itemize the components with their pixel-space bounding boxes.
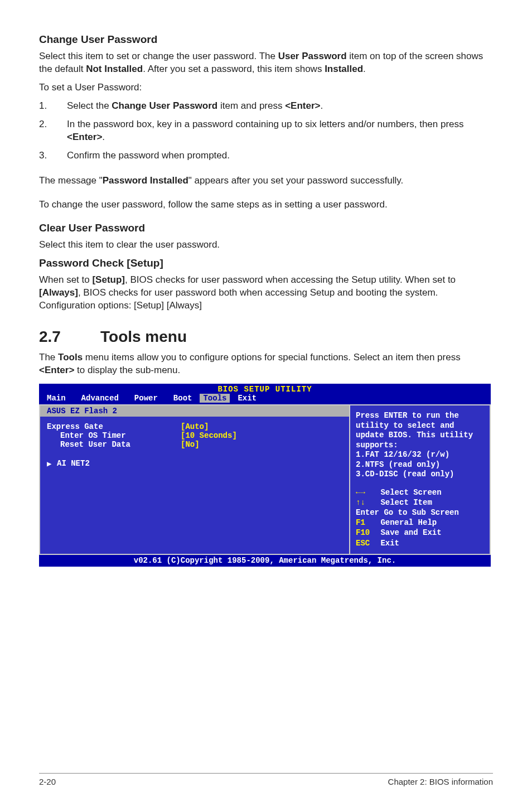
bios-nav-label: Select Item (380, 498, 432, 507)
text: , BIOS checks for user password both whe… (39, 287, 438, 311)
bios-footer: v02.61 (C)Copyright 1985-2009, American … (39, 555, 491, 567)
bios-tab-boot: Boot (166, 394, 200, 403)
text: The (39, 352, 58, 363)
text: When set to (39, 274, 92, 285)
text: . After you set a password, this item sh… (143, 64, 325, 74)
heading-password-check: Password Check [Setup] (39, 257, 493, 269)
text: . (363, 64, 366, 74)
text: Select this item to set or change the us… (39, 51, 278, 61)
bold: Tools (58, 352, 83, 363)
bios-nav: ←→ Select Screen ↑↓ Select Item Enter Go… (356, 487, 484, 548)
bios-left-panel: ASUS EZ Flash 2 Express Gate [Auto] Ente… (40, 405, 350, 554)
text: item and press (217, 100, 285, 111)
bios-help-text: Press ENTER to run the utility to select… (356, 411, 484, 450)
bold: [Setup] (92, 274, 125, 285)
bold: Not Installed (86, 64, 143, 74)
heading-change-user-password: Change User Password (39, 33, 493, 46)
bios-tabs: MainAdvancedPowerBootToolsExit (39, 394, 491, 404)
chapter-label: Chapter 2: BIOS information (388, 777, 493, 786)
list-item: 1. Select the Change User Password item … (39, 100, 493, 113)
bios-item-express-gate: Express Gate (47, 422, 181, 431)
bios-key: ESC (356, 538, 376, 548)
list-item: 3. Confirm the password when prompted. (39, 149, 493, 162)
page-number: 2-20 (39, 777, 56, 786)
list-number: 1. (39, 100, 67, 113)
bios-help-text: 3.CD-DISC (read only) (356, 470, 484, 480)
bios-item-reset-user-data: Reset User Data (47, 440, 181, 449)
text: Confirm the password when prompted. (67, 149, 493, 162)
bios-tab-exit: Exit (230, 394, 264, 403)
bios-help-text: 2.NTFS (read only) (356, 460, 484, 470)
bios-value: [No] (181, 440, 200, 449)
bios-nav-label: Exit (380, 539, 399, 548)
bios-tab-main: Main (39, 394, 74, 403)
list-number: 3. (39, 149, 67, 162)
bios-nav-label: Enter Go to Sub Screen (356, 508, 484, 518)
text: . (102, 132, 105, 142)
bold: <Enter> (285, 100, 320, 111)
bios-tab-advanced: Advanced (74, 394, 127, 403)
bold: User Password (278, 51, 347, 61)
page-footer: 2-20 Chapter 2: BIOS information (39, 773, 493, 786)
bios-value: [Auto] (181, 422, 209, 431)
section-number: 2.7 (39, 328, 100, 346)
arrow-ud-icon: ↑↓ (356, 497, 376, 508)
para: The message "Password Installed" appears… (39, 175, 493, 187)
bold: Change User Password (112, 100, 217, 111)
bios-help-text: 1.FAT 12/16/32 (r/w) (356, 450, 484, 460)
bold: Installed (325, 64, 363, 74)
bios-item-ez-flash: ASUS EZ Flash 2 (40, 405, 349, 417)
bios-nav-label: General Help (380, 518, 437, 527)
bold: <Enter> (39, 365, 74, 375)
triangle-icon: ▶ (47, 459, 57, 468)
para: Select this item to clear the user passw… (39, 239, 493, 252)
section-heading: 2.7 Tools menu (39, 328, 493, 346)
text: to display the sub-menu. (74, 365, 180, 375)
text: In the password box, key in a password c… (67, 119, 464, 129)
list-item: 2. In the password box, key in a passwor… (39, 118, 493, 144)
heading-clear-user-password: Clear User Password (39, 222, 493, 234)
bios-key: F10 (356, 528, 376, 538)
bios-value: [10 Seconds] (181, 431, 237, 440)
bios-key: F1 (356, 518, 376, 528)
bios-title: BIOS SETUP UTILITY (39, 384, 491, 394)
text: Select the (67, 100, 112, 111)
para: Select this item to set or change the us… (39, 50, 493, 76)
bios-nav-label: Select Screen (380, 488, 441, 497)
bios-tab-tools: Tools (200, 394, 230, 403)
arrow-lr-icon: ←→ (356, 487, 376, 497)
text: . (321, 100, 323, 111)
bios-tab-power: Power (127, 394, 166, 403)
ordered-list: 1. Select the Change User Password item … (39, 100, 493, 162)
para: To change the user password, follow the … (39, 199, 493, 211)
bold: Password Installed (103, 175, 188, 186)
bios-screenshot: BIOS SETUP UTILITY MainAdvancedPowerBoot… (39, 384, 491, 567)
bios-item-enter-os-timer: Enter OS Timer (47, 431, 181, 440)
bios-right-panel: Press ENTER to run the utility to select… (350, 405, 490, 554)
text: The message " (39, 175, 103, 186)
text: menu items allow you to configure option… (83, 352, 461, 363)
text: , BIOS checks for user password when acc… (125, 274, 456, 285)
bios-nav-label: Save and Exit (380, 528, 441, 537)
list-number: 2. (39, 118, 67, 144)
bold: <Enter> (67, 132, 102, 142)
bold: [Always] (39, 287, 78, 298)
para: The Tools menu items allow you to config… (39, 351, 493, 377)
bios-item-ai-net2: AI NET2 (57, 459, 90, 468)
para: To set a User Password: (39, 81, 493, 94)
para: When set to [Setup], BIOS checks for use… (39, 274, 493, 312)
section-title: Tools menu (100, 328, 187, 346)
text: " appears after you set your password su… (188, 175, 404, 186)
